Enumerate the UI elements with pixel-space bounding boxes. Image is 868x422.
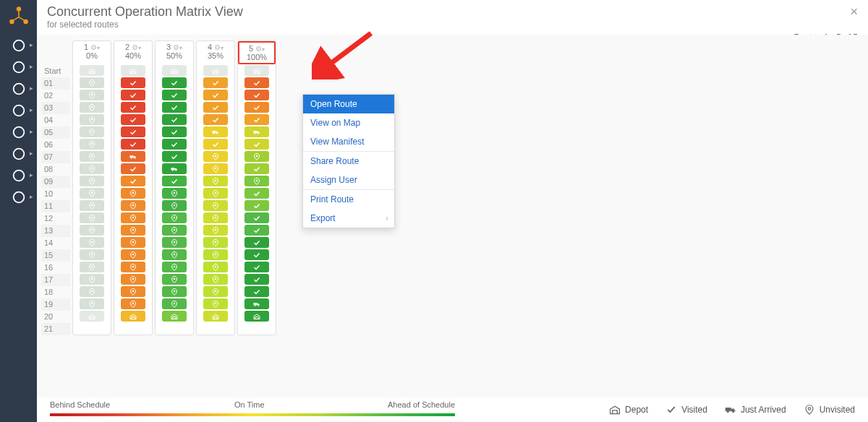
column-header[interactable]: 1 ⚙▾0% <box>73 41 111 64</box>
matrix-cell[interactable] <box>162 114 187 125</box>
matrix-cell[interactable] <box>80 151 104 162</box>
matrix-cell[interactable] <box>203 274 228 285</box>
column-context-menu[interactable]: Open RouteView on MapView ManifestShare … <box>302 94 395 228</box>
matrix-cell[interactable] <box>203 212 228 223</box>
matrix-cell[interactable] <box>121 126 145 137</box>
menu-item-export[interactable]: Export <box>303 209 394 228</box>
matrix-cell[interactable] <box>203 225 228 236</box>
menu-item-share-route[interactable]: Share Route <box>303 151 394 171</box>
matrix-cell[interactable] <box>244 102 269 113</box>
matrix-cell[interactable] <box>203 249 228 260</box>
matrix-cell[interactable] <box>162 126 187 137</box>
matrix-cell[interactable] <box>244 286 269 297</box>
matrix-cell[interactable] <box>203 114 228 125</box>
matrix-cell[interactable] <box>244 126 269 137</box>
menu-item-view-on-map[interactable]: View on Map <box>303 113 394 132</box>
sidebar-item-cart[interactable] <box>4 100 34 121</box>
matrix-cell[interactable] <box>162 212 187 223</box>
matrix-cell[interactable] <box>244 249 269 260</box>
matrix-cell[interactable] <box>162 237 187 248</box>
matrix-cell[interactable] <box>121 77 145 88</box>
matrix-cell[interactable] <box>121 102 145 113</box>
matrix-cell[interactable] <box>244 225 269 236</box>
matrix-cell[interactable] <box>162 176 187 186</box>
matrix-cell[interactable] <box>203 286 228 297</box>
matrix-cell[interactable] <box>121 176 145 186</box>
matrix-cell[interactable] <box>203 262 228 272</box>
matrix-cell[interactable] <box>80 176 104 186</box>
matrix-cell[interactable] <box>203 200 228 211</box>
matrix-cell[interactable] <box>203 102 228 113</box>
matrix-cell[interactable] <box>244 151 269 162</box>
matrix-cell[interactable] <box>121 65 145 76</box>
matrix-cell[interactable] <box>162 77 187 88</box>
matrix-cell[interactable] <box>80 102 104 113</box>
matrix-cell[interactable] <box>203 163 228 174</box>
matrix-cell[interactable] <box>80 274 104 285</box>
matrix-cell[interactable] <box>121 274 145 285</box>
matrix-cell[interactable] <box>203 188 228 199</box>
matrix-cell[interactable] <box>121 249 145 260</box>
matrix-cell[interactable] <box>203 90 228 100</box>
matrix-cell[interactable] <box>162 249 187 260</box>
matrix-cell[interactable] <box>121 286 145 297</box>
matrix-cell[interactable] <box>203 65 228 76</box>
sidebar-item-help-circle[interactable] <box>4 56 34 78</box>
sidebar-item-bar-chart[interactable] <box>4 165 34 186</box>
matrix-cell[interactable] <box>162 200 187 211</box>
matrix-cell[interactable] <box>121 298 145 309</box>
matrix-cell[interactable] <box>80 188 104 199</box>
matrix-cell[interactable] <box>80 163 104 174</box>
matrix-cell[interactable] <box>162 262 187 272</box>
matrix-cell[interactable] <box>162 90 187 100</box>
matrix-cell[interactable] <box>162 298 187 309</box>
menu-item-view-manifest[interactable]: View Manifest <box>303 132 394 151</box>
matrix-cell[interactable] <box>244 298 269 309</box>
matrix-cell[interactable] <box>80 90 104 100</box>
matrix-cell[interactable] <box>162 139 187 150</box>
matrix-cell[interactable] <box>80 200 104 211</box>
matrix-cell[interactable] <box>162 311 187 322</box>
matrix-cell[interactable] <box>244 176 269 186</box>
matrix-cell[interactable] <box>203 176 228 186</box>
sidebar-item-trending-up[interactable] <box>4 78 34 100</box>
matrix-cell[interactable] <box>203 151 228 162</box>
matrix-cell[interactable] <box>80 249 104 260</box>
column-header[interactable]: 3 ⚙▾50% <box>156 41 193 64</box>
sidebar-item-address-book[interactable] <box>4 121 34 143</box>
matrix-cell[interactable] <box>121 237 145 248</box>
matrix-cell[interactable] <box>203 139 228 150</box>
column-header[interactable]: 2 ⚙▾40% <box>114 41 152 64</box>
matrix-cell[interactable] <box>244 163 269 174</box>
matrix-cell[interactable] <box>80 212 104 223</box>
column-header[interactable]: 5 ⚙▾100% <box>238 41 276 64</box>
matrix-cell[interactable] <box>203 126 228 137</box>
matrix-cell[interactable] <box>244 274 269 285</box>
matrix-cell[interactable] <box>244 65 269 76</box>
matrix-cell[interactable] <box>244 311 269 322</box>
matrix-cell[interactable] <box>203 298 228 309</box>
matrix-cell[interactable] <box>244 77 269 88</box>
matrix-cell[interactable] <box>121 188 145 199</box>
matrix-cell[interactable] <box>203 237 228 248</box>
matrix-cell[interactable] <box>121 225 145 236</box>
sidebar-item-users-van[interactable] <box>4 143 34 165</box>
sidebar-item-person-gear[interactable] <box>4 186 34 208</box>
matrix-cell[interactable] <box>203 77 228 88</box>
matrix-cell[interactable] <box>244 188 269 199</box>
column-header[interactable]: 4 ⚙▾35% <box>197 41 234 64</box>
matrix-cell[interactable] <box>162 225 187 236</box>
matrix-cell[interactable] <box>121 151 145 162</box>
matrix-cell[interactable] <box>80 139 104 150</box>
matrix-cell[interactable] <box>162 102 187 113</box>
matrix-cell[interactable] <box>80 237 104 248</box>
matrix-cell[interactable] <box>244 139 269 150</box>
menu-item-assign-user[interactable]: Assign User <box>303 171 394 189</box>
matrix-cell[interactable] <box>162 274 187 285</box>
matrix-cell[interactable] <box>80 286 104 297</box>
matrix-cell[interactable] <box>121 212 145 223</box>
matrix-cell[interactable] <box>121 163 145 174</box>
matrix-cell[interactable] <box>244 237 269 248</box>
matrix-cell[interactable] <box>121 139 145 150</box>
matrix-cell[interactable] <box>80 126 104 137</box>
